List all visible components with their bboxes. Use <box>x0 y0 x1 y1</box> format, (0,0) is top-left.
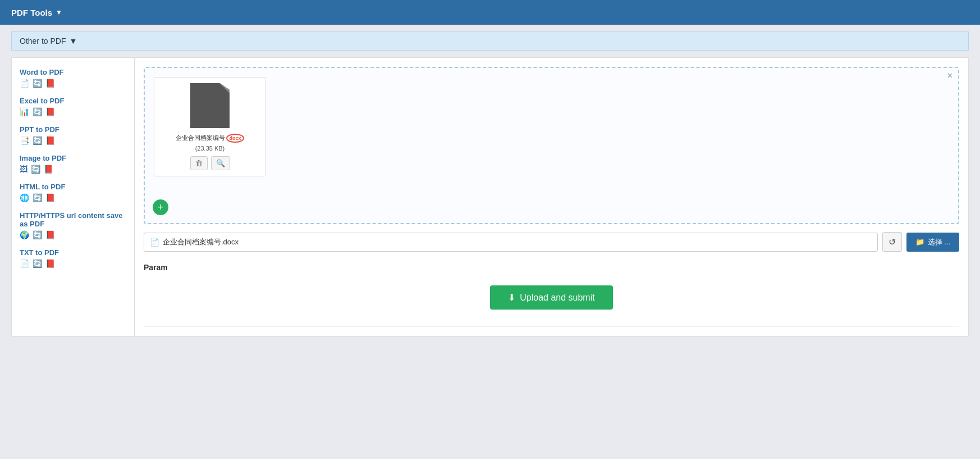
sidebar-item-html-to-pdf[interactable]: HTML to PDF 🌐 🔄 📕 <box>12 178 134 207</box>
word-doc-icon: 📄 <box>20 79 29 88</box>
html-convert-icon: 🔄 <box>33 193 42 202</box>
content-row: Word to PDF 📄 🔄 📕 Excel to PDF 📊 🔄 📕 PPT… <box>11 57 969 337</box>
sidebar-icons-http-to-pdf: 🌍 🔄 📕 <box>20 230 126 239</box>
file-name-label: 企业合同档案编号docx <box>176 134 244 143</box>
sidebar-link-word-to-pdf[interactable]: Word to PDF <box>20 68 126 76</box>
file-name-text: 企业合同档案编号 <box>176 134 225 141</box>
sidebar-link-http-to-pdf[interactable]: HTTP/HTTPS url content save as PDF <box>20 211 126 228</box>
file-input-row: 📄 企业合同档案编号.docx ↺ 📁 选择 ... <box>144 232 959 252</box>
section-header-label: Other to PDF <box>20 37 66 46</box>
sidebar-item-http-to-pdf[interactable]: HTTP/HTTPS url content save as PDF 🌍 🔄 📕 <box>12 207 134 244</box>
sidebar-link-excel-to-pdf[interactable]: Excel to PDF <box>20 97 126 105</box>
section-header-chevron: ▼ <box>69 37 77 46</box>
txt-pdf-icon: 📕 <box>45 259 55 268</box>
sidebar-item-ppt-to-pdf[interactable]: PPT to PDF 📑 🔄 📕 <box>12 121 134 149</box>
word-convert-icon: 🔄 <box>33 79 42 88</box>
choose-file-label: 选择 ... <box>928 237 950 247</box>
txt-convert-icon: 🔄 <box>33 259 42 268</box>
html-pdf-icon: 📕 <box>45 193 55 202</box>
sidebar-icons-word-to-pdf: 📄 🔄 📕 <box>20 79 126 88</box>
section-header[interactable]: Other to PDF ▼ <box>11 31 969 51</box>
excel-doc-icon: 📊 <box>20 107 29 116</box>
add-file-button[interactable]: + <box>153 199 168 215</box>
file-type-badge: docx <box>226 134 244 143</box>
upload-submit-button[interactable]: ⬇ Upload and submit <box>490 285 612 310</box>
sidebar-icons-html-to-pdf: 🌐 🔄 📕 <box>20 193 126 202</box>
upload-area-close-button[interactable]: × <box>947 71 952 80</box>
sidebar-icons-excel-to-pdf: 📊 🔄 📕 <box>20 107 126 116</box>
choose-folder-icon: 📁 <box>915 238 924 246</box>
sidebar-icons-ppt-to-pdf: 📑 🔄 📕 <box>20 136 126 145</box>
html-doc-icon: 🌐 <box>20 193 29 202</box>
upload-submit-label: Upload and submit <box>520 293 594 303</box>
main-panel: × 企业合同档案编号docx (23.35 KB) 🗑 🔍 + <box>135 57 969 337</box>
pdf-tools-label: PDF Tools <box>11 8 52 17</box>
sidebar-icons-image-to-pdf: 🖼 🔄 📕 <box>20 165 126 174</box>
submit-row: ⬇ Upload and submit <box>144 285 959 310</box>
ppt-pdf-icon: 📕 <box>45 136 55 145</box>
excel-pdf-icon: 📕 <box>45 107 55 116</box>
sidebar-item-image-to-pdf[interactable]: Image to PDF 🖼 🔄 📕 <box>12 149 134 178</box>
delete-file-button[interactable]: 🗑 <box>190 156 208 170</box>
sidebar-item-txt-to-pdf[interactable]: TXT to PDF 📄 🔄 📕 <box>12 244 134 272</box>
word-pdf-icon: 📕 <box>45 79 55 88</box>
card-actions: 🗑 🔍 <box>160 156 260 170</box>
pdf-tools-chevron: ▼ <box>56 8 62 16</box>
sidebar-icons-txt-to-pdf: 📄 🔄 📕 <box>20 259 126 268</box>
sidebar-link-html-to-pdf[interactable]: HTML to PDF <box>20 183 126 191</box>
file-card: 企业合同档案编号docx (23.35 KB) 🗑 🔍 <box>154 77 266 176</box>
upload-area: × 企业合同档案编号docx (23.35 KB) 🗑 🔍 + <box>144 67 959 224</box>
sidebar-link-ppt-to-pdf[interactable]: PPT to PDF <box>20 125 126 134</box>
bottom-divider <box>144 326 959 327</box>
http-pdf-icon: 📕 <box>45 230 55 239</box>
reset-file-button[interactable]: ↺ <box>882 232 902 252</box>
file-input-filename: 企业合同档案编号.docx <box>163 237 239 247</box>
param-label: Param <box>144 263 959 272</box>
sidebar: Word to PDF 📄 🔄 📕 Excel to PDF 📊 🔄 📕 PPT… <box>11 57 135 337</box>
choose-file-button[interactable]: 📁 选择 ... <box>906 233 959 252</box>
http-doc-icon: 🌍 <box>20 230 29 239</box>
file-input-doc-icon: 📄 <box>150 238 159 247</box>
ppt-convert-icon: 🔄 <box>33 136 42 145</box>
ppt-doc-icon: 📑 <box>20 136 29 145</box>
txt-doc-icon: 📄 <box>20 259 29 268</box>
image-doc-icon: 🖼 <box>20 165 28 174</box>
sidebar-item-word-to-pdf[interactable]: Word to PDF 📄 🔄 📕 <box>12 63 134 92</box>
file-input-display: 📄 企业合同档案编号.docx <box>144 233 878 252</box>
param-section: Param <box>144 263 959 272</box>
file-size-label: (23.35 KB) <box>195 145 225 152</box>
sidebar-link-image-to-pdf[interactable]: Image to PDF <box>20 154 126 162</box>
upload-icon: ⬇ <box>508 292 515 303</box>
excel-convert-icon: 🔄 <box>33 107 42 116</box>
pdf-tools-menu[interactable]: PDF Tools ▼ <box>11 8 62 17</box>
sidebar-link-txt-to-pdf[interactable]: TXT to PDF <box>20 248 126 257</box>
http-convert-icon: 🔄 <box>33 230 42 239</box>
zoom-file-button[interactable]: 🔍 <box>211 156 230 170</box>
top-nav: PDF Tools ▼ <box>0 0 980 25</box>
file-type-icon <box>190 83 230 128</box>
image-pdf-icon: 📕 <box>44 165 53 174</box>
sidebar-item-excel-to-pdf[interactable]: Excel to PDF 📊 🔄 📕 <box>12 92 134 121</box>
main-wrapper: Other to PDF ▼ Word to PDF 📄 🔄 📕 Excel t… <box>0 25 980 343</box>
image-convert-icon: 🔄 <box>31 165 40 174</box>
